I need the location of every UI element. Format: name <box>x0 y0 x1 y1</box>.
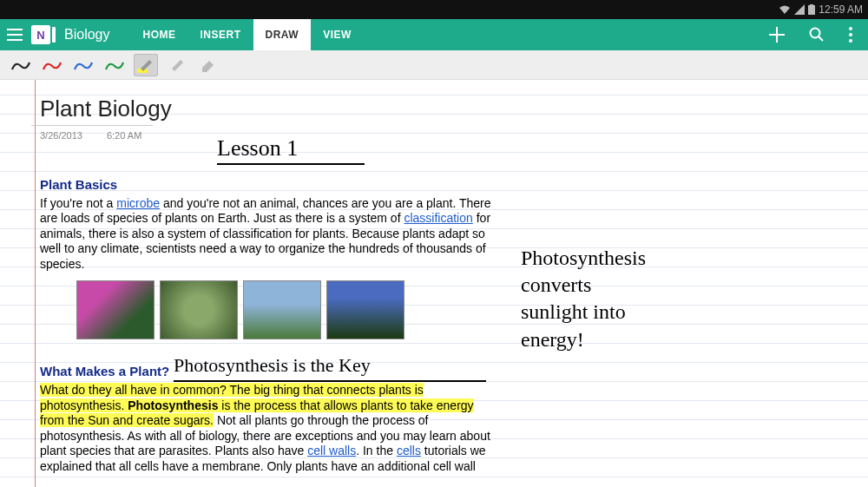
overflow-menu-button[interactable] <box>849 27 852 43</box>
add-button[interactable] <box>769 27 785 43</box>
ink-side-note: Photosynthesisconvertssunlight intoenerg… <box>521 245 646 353</box>
page-title[interactable]: Plant Biology <box>40 95 172 122</box>
search-button[interactable] <box>809 27 825 43</box>
svg-point-2 <box>811 29 820 38</box>
image-row <box>76 280 500 339</box>
battery-icon <box>808 4 815 15</box>
ink-key-underline <box>174 380 486 382</box>
wifi-icon <box>779 4 791 15</box>
thumb-cactus <box>243 280 321 339</box>
marker-tool[interactable] <box>165 54 189 76</box>
content-block[interactable]: Plant Basics If you're not a microbe and… <box>40 177 500 474</box>
notebook-title[interactable]: Biology <box>64 27 109 43</box>
onenote-logo-icon: N <box>31 25 50 44</box>
tab-insert[interactable]: INSERT <box>187 19 253 50</box>
page-time: 6:20 AM <box>107 130 141 141</box>
ink-lesson-title: Lesson 1 <box>217 135 298 161</box>
page-meta: 3/26/2013 6:20 AM <box>40 130 141 141</box>
pen-blue[interactable] <box>71 54 95 76</box>
svg-point-3 <box>849 27 852 30</box>
thumb-succulent <box>160 280 238 339</box>
svg-rect-0 <box>808 5 815 15</box>
thumb-tree <box>326 280 404 339</box>
highlighter-yellow[interactable] <box>134 54 158 76</box>
menu-button[interactable] <box>7 29 23 41</box>
signal-icon <box>794 4 805 15</box>
page-date: 3/26/2013 <box>40 130 82 141</box>
draw-toolbar <box>0 50 868 80</box>
thumb-flower <box>76 280 155 339</box>
margin-rule <box>35 80 36 487</box>
svg-point-4 <box>849 33 852 36</box>
title-underline <box>31 125 153 126</box>
pen-green[interactable] <box>102 54 127 76</box>
pen-black[interactable] <box>9 54 33 76</box>
heading-plant-basics: Plant Basics <box>40 177 500 194</box>
ink-photosynthesis-key: Photosynthesis is the Key <box>174 354 371 377</box>
link-microbe[interactable]: microbe <box>116 196 160 210</box>
paragraph-basics: If you're not a microbe and you're not a… <box>40 196 500 273</box>
link-cells[interactable]: cells <box>397 444 421 457</box>
status-time: 12:59 AM <box>819 3 863 16</box>
link-classification[interactable]: classification <box>404 211 472 225</box>
tab-view[interactable]: VIEW <box>311 19 364 50</box>
note-canvas[interactable]: Plant Biology 3/26/2013 6:20 AM Lesson 1… <box>0 80 868 487</box>
android-status-bar: 12:59 AM <box>0 0 868 19</box>
tab-home[interactable]: HOME <box>130 19 187 50</box>
app-bar: N Biology HOME INSERT DRAW VIEW <box>0 19 868 50</box>
svg-rect-1 <box>810 4 813 5</box>
ribbon-tabs: HOME INSERT DRAW VIEW <box>130 19 363 50</box>
paragraph-what-makes: What do they all have in common? The big… <box>40 383 500 474</box>
tab-draw[interactable]: DRAW <box>253 19 312 50</box>
link-cell-walls[interactable]: cell walls <box>307 444 356 457</box>
ink-lesson-underline <box>217 163 365 165</box>
pen-red[interactable] <box>40 54 64 76</box>
svg-point-5 <box>849 39 852 43</box>
eraser-tool[interactable] <box>196 54 220 76</box>
